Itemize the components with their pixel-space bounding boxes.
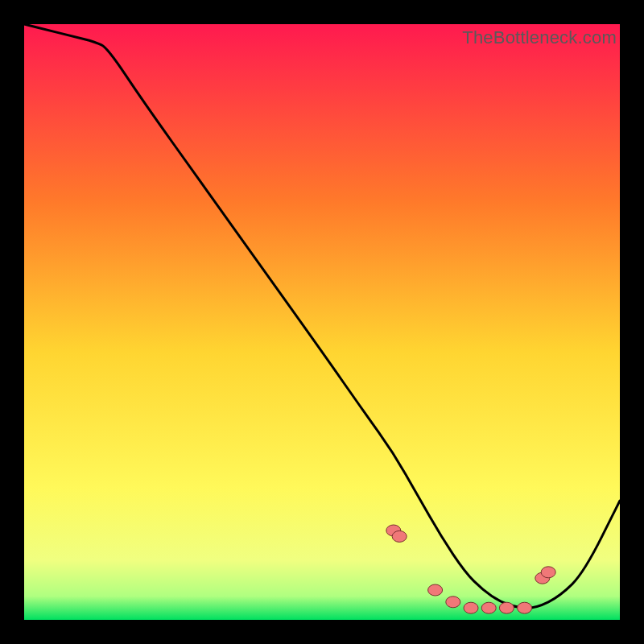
chart-frame: { "watermark": "TheBottleneck.com", "col… <box>0 0 644 644</box>
data-point-dot <box>481 602 496 613</box>
data-point-dot <box>392 530 407 542</box>
watermark-text: TheBottleneck.com <box>462 27 617 48</box>
plot-area: TheBottleneck.com <box>24 24 620 620</box>
data-point-dot <box>499 602 514 613</box>
data-point-dot <box>446 597 460 608</box>
data-point-dot <box>541 567 555 578</box>
data-point-dot <box>518 602 532 613</box>
data-point-dot <box>464 602 478 613</box>
data-point-dot <box>428 584 443 596</box>
bottleneck-curve <box>24 24 620 620</box>
